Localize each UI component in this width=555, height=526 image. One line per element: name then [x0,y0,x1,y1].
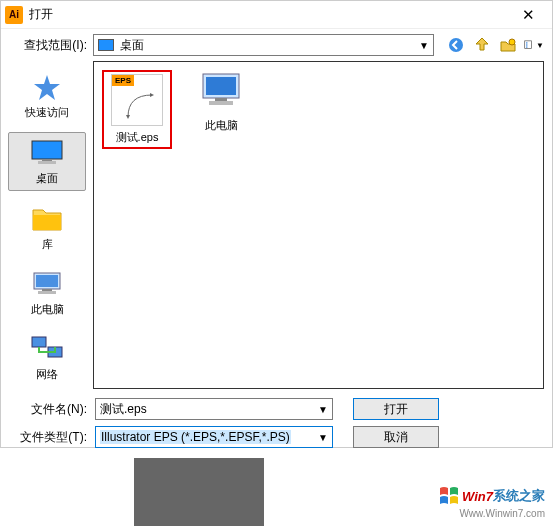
filename-label: 文件名(N): [9,401,87,418]
svg-rect-11 [36,275,58,287]
svg-rect-17 [206,77,236,95]
svg-rect-3 [526,42,527,43]
sidebar-item-label: 库 [8,237,86,252]
svg-rect-12 [42,289,52,291]
illustrator-icon: Ai [5,6,23,24]
star-icon [27,71,67,103]
back-button[interactable] [446,35,466,55]
svg-rect-7 [42,159,52,161]
file-item-thispc[interactable]: 此电脑 [186,70,256,133]
filetype-value: Illustrator EPS (*.EPS,*.EPSF,*.PS) [100,430,291,444]
svg-rect-4 [526,44,527,45]
svg-point-0 [449,38,463,52]
svg-rect-5 [526,46,527,47]
sidebar-item-thispc[interactable]: 此电脑 [8,264,86,321]
eps-curve-icon [126,91,156,119]
body-area: 快速访问 桌面 库 此电脑 [1,61,552,389]
places-sidebar: 快速访问 桌面 库 此电脑 [1,61,93,389]
eps-thumbnail: EPS [111,74,163,126]
computer-icon [195,70,247,114]
chevron-down-icon[interactable]: ▼ [318,432,328,443]
svg-rect-19 [209,101,233,105]
open-button[interactable]: 打开 [353,398,439,420]
svg-rect-14 [32,337,46,347]
chevron-down-icon[interactable]: ▼ [318,404,328,415]
open-dialog: Ai 打开 ✕ 查找范围(I): 桌面 ▼ ▼ [0,0,553,448]
lookin-combo[interactable]: 桌面 ▼ [93,34,434,56]
sidebar-item-label: 网络 [8,367,86,382]
network-icon [27,333,67,365]
file-items: EPS 测试.eps 此电脑 [102,70,535,149]
folder-icon [27,203,67,235]
computer-icon [27,268,67,300]
watermark-url: Www.Winwin7.com [459,508,545,519]
view-menu-button[interactable]: ▼ [524,35,544,55]
titlebar: Ai 打开 ✕ [1,1,552,29]
desktop-icon [98,39,114,51]
sidebar-item-label: 快速访问 [8,105,86,120]
file-item-eps[interactable]: EPS 测试.eps [102,70,172,149]
filename-combo[interactable]: ▼ [95,398,333,420]
eps-badge: EPS [112,75,134,86]
sidebar-item-label: 此电脑 [8,302,86,317]
svg-rect-18 [215,98,227,101]
filetype-label: 文件类型(T): [9,429,87,446]
filetype-combo[interactable]: Illustrator EPS (*.EPS,*.EPSF,*.PS) ▼ [95,426,333,448]
close-button[interactable]: ✕ [508,3,548,27]
up-button[interactable] [472,35,492,55]
svg-rect-8 [38,161,56,164]
filetype-row: 文件类型(T): Illustrator EPS (*.EPS,*.EPSF,*… [9,423,544,451]
sidebar-item-quickaccess[interactable]: 快速访问 [8,67,86,124]
cancel-button[interactable]: 取消 [353,426,439,448]
monitor-icon [27,137,67,169]
lookin-row: 查找范围(I): 桌面 ▼ ▼ [1,29,552,61]
preview-strip [134,458,264,526]
sidebar-item-libraries[interactable]: 库 [8,199,86,256]
svg-rect-13 [38,291,56,294]
svg-point-1 [509,39,515,45]
dialog-title: 打开 [29,6,53,23]
watermark: Win7 系统之家 Www.Winwin7.com [438,486,545,506]
svg-rect-9 [33,215,61,230]
svg-rect-6 [32,141,62,159]
new-folder-button[interactable] [498,35,518,55]
file-item-label: 测试.eps [106,130,168,145]
bottom-area: 文件名(N): ▼ 打开 文件类型(T): Illustrator EPS (*… [1,389,552,457]
nav-toolbar: ▼ [446,35,544,55]
svg-rect-2 [525,41,532,49]
filename-input[interactable] [100,402,318,416]
file-list-view[interactable]: EPS 测试.eps 此电脑 [93,61,544,389]
windows-logo-icon [438,486,460,506]
file-item-label: 此电脑 [186,118,256,133]
filename-row: 文件名(N): ▼ 打开 [9,395,544,423]
sidebar-item-network[interactable]: 网络 [8,329,86,386]
sidebar-item-label: 桌面 [9,171,85,186]
chevron-down-icon: ▼ [419,40,429,51]
lookin-value: 桌面 [120,37,144,54]
lookin-label: 查找范围(I): [9,37,87,54]
watermark-brand: Win7 [462,489,493,504]
sidebar-item-desktop[interactable]: 桌面 [8,132,86,191]
watermark-text: 系统之家 [493,487,545,505]
